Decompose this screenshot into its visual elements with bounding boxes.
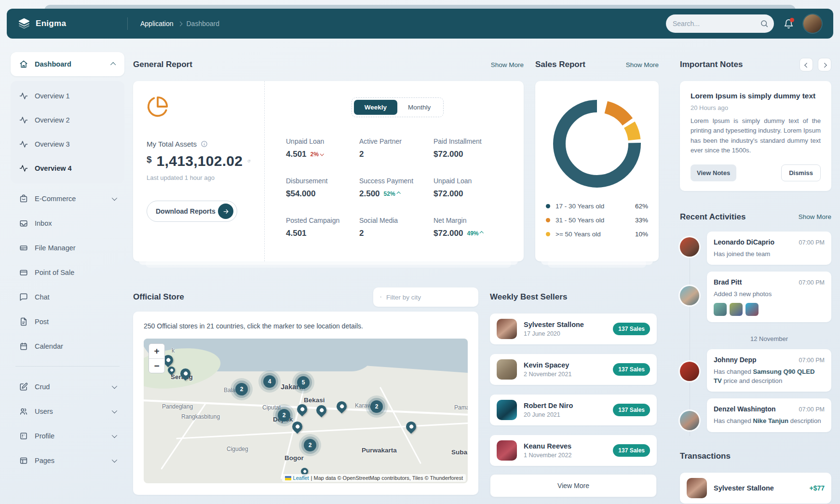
- stat-unpaid-loan-2: Unpaid Loan $72.000: [434, 177, 509, 199]
- toggle-monthly[interactable]: Monthly: [397, 100, 441, 115]
- sidebar-item-overview-3[interactable]: Overview 3: [11, 132, 124, 156]
- chevron-down-icon: [112, 195, 117, 200]
- map-label: Ciputat: [262, 404, 281, 411]
- activity-item: Brad Pitt 07:00 PM Added 3 new photos: [680, 272, 831, 322]
- seller-card[interactable]: Sylvester Stallone 17 June 2020 137 Sale…: [490, 313, 657, 344]
- general-report-show-more[interactable]: Show More: [491, 61, 524, 68]
- activities-show-more[interactable]: Show More: [799, 213, 831, 220]
- store-map[interactable]: Serang Balaraja Jakarta Bekasi Karawang …: [144, 339, 468, 483]
- chevron-down-icon: [320, 152, 324, 156]
- zoom-out-button[interactable]: −: [149, 358, 164, 373]
- map-cluster[interactable]: 2: [304, 439, 316, 451]
- right-rail: Important Notes Lorem Ipsum is simply du…: [680, 45, 831, 504]
- seller-card[interactable]: Kevin Spacey 2 November 2021 137 Sales: [490, 354, 657, 385]
- important-notes-title: Important Notes: [680, 60, 743, 69]
- activities-date-divider: 12 November: [707, 329, 831, 349]
- sidebar-item-ecommerce[interactable]: E-Commerce: [11, 186, 124, 211]
- filter-by-city-input[interactable]: [386, 294, 472, 301]
- leaflet-link[interactable]: Leaflet: [293, 475, 309, 481]
- sidebar-item-overview-2[interactable]: Overview 2: [11, 108, 124, 132]
- breadcrumb-root[interactable]: Application: [140, 20, 174, 27]
- map-cluster[interactable]: 4: [263, 375, 276, 388]
- calendar-icon: [19, 342, 28, 351]
- sidebar: Dashboard Overview 1 Overview 2 Overview…: [7, 46, 127, 504]
- map-marker[interactable]: [404, 420, 419, 434]
- activity-icon: [19, 140, 28, 149]
- shopping-bag-icon: [19, 194, 28, 203]
- activity-avatar: [680, 362, 699, 381]
- sales-badge: 137 Sales: [613, 444, 650, 457]
- refresh-icon[interactable]: [247, 157, 251, 165]
- zoom-in-button[interactable]: +: [149, 344, 164, 358]
- map-cluster[interactable]: 5: [297, 376, 310, 389]
- sidebar-item-users[interactable]: Users: [11, 399, 124, 423]
- message-square-icon: [19, 293, 28, 301]
- sidebar-item-post[interactable]: Post: [11, 309, 124, 334]
- sidebar-item-profile[interactable]: Profile: [11, 423, 124, 448]
- sales-legend: 17 - 30 Years old 62% 31 - 50 Years old …: [546, 203, 648, 238]
- sidebar-item-overview-4[interactable]: Overview 4: [11, 156, 124, 180]
- seller-card[interactable]: Robert De Niro 20 June 2021 137 Sales: [490, 395, 657, 425]
- trend-badge-up[interactable]: 52%: [384, 191, 400, 197]
- transaction-avatar: [687, 478, 707, 498]
- id-card-icon: [19, 432, 28, 440]
- dismiss-button[interactable]: Dismiss: [781, 164, 821, 181]
- notes-prev-button[interactable]: [799, 58, 813, 71]
- activity-avatar: [680, 286, 699, 305]
- note-card: Lorem Ipsum is simply dummy text 20 Hour…: [680, 81, 831, 191]
- map-cluster[interactable]: 2: [235, 383, 248, 395]
- users-icon: [19, 407, 28, 416]
- view-notes-button[interactable]: View Notes: [691, 164, 736, 181]
- view-more-button[interactable]: View More: [490, 474, 657, 497]
- top-navbar: Enigma Application Dashboard: [7, 9, 833, 39]
- chevron-up-icon: [110, 62, 116, 68]
- total-assets-value: 1,413,102.02: [157, 153, 243, 169]
- notifications-button[interactable]: [784, 19, 794, 29]
- trend-badge-down[interactable]: 2%: [311, 151, 323, 158]
- search-icon: [760, 19, 769, 28]
- map-cluster[interactable]: 2: [370, 400, 383, 413]
- trend-badge-up[interactable]: 49%: [467, 230, 483, 237]
- transaction-amount: +$77: [809, 484, 825, 492]
- sidebar-item-file-manager[interactable]: File Manager: [11, 235, 124, 260]
- map-label: Subang: [451, 449, 468, 456]
- user-avatar[interactable]: [803, 14, 822, 33]
- notes-next-button[interactable]: [818, 58, 831, 71]
- search-input[interactable]: [673, 20, 760, 27]
- map-marker[interactable]: [314, 403, 329, 418]
- sales-report-title: Sales Report: [535, 60, 585, 69]
- photo-thumbnail[interactable]: [714, 303, 727, 316]
- transaction-item[interactable]: Sylvester Stallone +$77: [680, 473, 831, 504]
- sidebar-item-calendar[interactable]: Calendar: [11, 334, 124, 358]
- download-reports-button[interactable]: Download Reports: [147, 201, 237, 222]
- sales-report-show-more[interactable]: Show More: [626, 61, 659, 68]
- legend-row: >= 50 Years old 10%: [546, 231, 648, 238]
- sidebar-item-inbox[interactable]: Inbox: [11, 211, 124, 235]
- nav-divider: [127, 17, 128, 30]
- search-box[interactable]: [666, 14, 774, 33]
- filter-by-city-box[interactable]: [373, 287, 478, 307]
- sidebar-item-pages[interactable]: Pages: [11, 448, 124, 473]
- stat-unpaid-loan: Unpaid Loan 4.501 2%: [286, 137, 359, 159]
- legend-dot-teal: [546, 204, 550, 208]
- info-icon[interactable]: [201, 140, 208, 148]
- seller-card[interactable]: Keanu Reeves 1 November 2022 137 Sales: [490, 435, 657, 466]
- brand[interactable]: Enigma: [18, 18, 127, 29]
- toggle-weekly[interactable]: Weekly: [354, 100, 397, 115]
- stat-disbursement: Disbursement $54.000: [286, 177, 359, 199]
- official-store-card: 250 Official stores in 21 countries, cli…: [133, 312, 478, 495]
- map-marker[interactable]: [335, 399, 349, 414]
- note-title: Lorem Ipsum is simply dummy text: [691, 92, 821, 100]
- chevron-right-icon: [822, 63, 826, 68]
- sidebar-item-crud[interactable]: Crud: [11, 374, 124, 399]
- photo-thumbnail[interactable]: [730, 303, 743, 316]
- sidebar-item-dashboard[interactable]: Dashboard: [11, 52, 124, 76]
- sidebar-item-overview-1[interactable]: Overview 1: [11, 84, 124, 108]
- map-cluster[interactable]: 2: [278, 409, 290, 422]
- map-label: Bekasi: [304, 396, 325, 404]
- photo-thumbnail[interactable]: [745, 303, 759, 316]
- sidebar-item-chat[interactable]: Chat: [11, 285, 124, 309]
- map-pin-icon: [380, 293, 381, 301]
- map-zoom-control: + −: [149, 343, 165, 373]
- sidebar-item-point-of-sale[interactable]: Point of Sale: [11, 260, 124, 285]
